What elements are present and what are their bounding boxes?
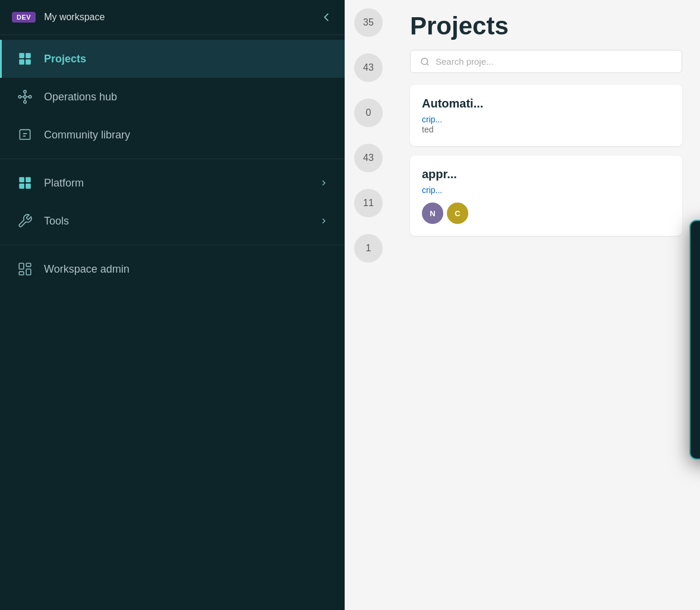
platform-icon bbox=[17, 175, 33, 191]
svg-point-6 bbox=[29, 96, 31, 98]
sidebar-item-label: Tools bbox=[44, 215, 69, 227]
sidebar-item-projects[interactable]: Projects bbox=[0, 40, 345, 78]
operations-hub-icon bbox=[17, 89, 33, 105]
sidebar-item-community-library[interactable]: Community library bbox=[0, 116, 345, 154]
automation-card-title: Automati... bbox=[422, 97, 670, 110]
number-badge: 35 bbox=[354, 8, 383, 37]
svg-rect-17 bbox=[19, 263, 24, 269]
number-badge: 43 bbox=[354, 53, 383, 82]
svg-point-21 bbox=[421, 58, 428, 65]
workspace-admin-icon bbox=[17, 261, 33, 277]
projects-icon bbox=[17, 50, 33, 67]
svg-rect-20 bbox=[19, 271, 24, 274]
right-content: Projects Search proje... Automati... cri… bbox=[392, 0, 700, 610]
svg-rect-1 bbox=[26, 53, 31, 58]
avatar-c: C bbox=[447, 203, 468, 224]
svg-rect-13 bbox=[19, 177, 24, 182]
svg-rect-14 bbox=[26, 177, 31, 182]
number-column: 35 43 0 43 11 1 bbox=[345, 0, 392, 271]
number-badge: 43 bbox=[354, 144, 383, 172]
svg-rect-18 bbox=[26, 263, 31, 266]
dropdown-item-api-platform[interactable]: API platform bbox=[690, 227, 700, 272]
right-panel: 35 43 0 43 11 1 Projects Search proje...… bbox=[345, 0, 700, 610]
automation-card-text: ted bbox=[422, 125, 670, 134]
number-badge: 1 bbox=[354, 234, 383, 263]
sidebar-item-operations-hub[interactable]: Operations hub bbox=[0, 78, 345, 116]
svg-point-8 bbox=[24, 101, 26, 103]
search-bar[interactable]: Search proje... bbox=[410, 50, 682, 73]
sidebar-item-label: Platform bbox=[44, 177, 84, 189]
avatar-n: N bbox=[422, 203, 443, 224]
avatars: N C bbox=[422, 203, 670, 224]
dropdown-item-event-streams[interactable]: Event streams bbox=[690, 272, 700, 317]
sidebar-item-label: Operations hub bbox=[44, 91, 117, 103]
dropdown-item-workflow-apps-portal[interactable]: Workflow apps portal bbox=[690, 407, 700, 453]
workspace-title: My workspace bbox=[44, 12, 105, 23]
svg-rect-2 bbox=[19, 59, 24, 65]
sidebar-nav: Projects Operations hub bbox=[0, 35, 345, 293]
svg-point-5 bbox=[18, 96, 21, 98]
page-title: Projects bbox=[410, 12, 682, 40]
number-badge: 0 bbox=[354, 99, 383, 127]
app-card-title: appr... bbox=[422, 167, 670, 181]
tools-icon bbox=[17, 213, 33, 229]
dropdown-item-workbot[interactable]: Workbot bbox=[690, 362, 700, 407]
svg-point-7 bbox=[24, 90, 26, 93]
tools-chevron-icon bbox=[320, 217, 328, 225]
sidebar-item-platform[interactable]: Platform bbox=[0, 164, 345, 202]
sidebar-item-label: Workspace admin bbox=[44, 263, 130, 276]
svg-line-22 bbox=[427, 64, 428, 65]
platform-dropdown: API platform Event streams bbox=[689, 220, 700, 460]
automation-card-link[interactable]: crip... bbox=[422, 115, 442, 124]
svg-point-4 bbox=[24, 96, 26, 98]
sidebar-item-workspace-admin[interactable]: Workspace admin bbox=[0, 250, 345, 288]
platform-chevron-icon bbox=[320, 179, 328, 187]
sidebar-item-label: Community library bbox=[44, 129, 130, 141]
svg-rect-19 bbox=[26, 269, 31, 275]
nav-divider-2 bbox=[0, 245, 345, 245]
dev-badge: DEV bbox=[12, 12, 36, 23]
app-card-link[interactable]: crip... bbox=[422, 185, 442, 195]
svg-rect-0 bbox=[19, 53, 24, 58]
search-icon bbox=[420, 57, 430, 67]
sidebar-item-tools[interactable]: Tools bbox=[0, 202, 345, 240]
number-badge: 11 bbox=[354, 189, 383, 217]
nav-divider-1 bbox=[0, 159, 345, 159]
svg-rect-15 bbox=[19, 184, 24, 189]
svg-rect-3 bbox=[26, 59, 31, 65]
svg-rect-16 bbox=[26, 184, 31, 189]
automation-card: Automati... crip... ted bbox=[410, 85, 682, 146]
sidebar-collapse-button[interactable] bbox=[320, 11, 333, 24]
dropdown-item-insights[interactable]: Insights bbox=[690, 317, 700, 362]
search-placeholder: Search proje... bbox=[436, 56, 494, 67]
sidebar: DEV My workspace Projects bbox=[0, 0, 345, 610]
community-library-icon bbox=[17, 127, 33, 143]
app-card: appr... crip... N C bbox=[410, 156, 682, 236]
sidebar-header: DEV My workspace bbox=[0, 0, 345, 35]
sidebar-item-label: Projects bbox=[44, 53, 86, 65]
